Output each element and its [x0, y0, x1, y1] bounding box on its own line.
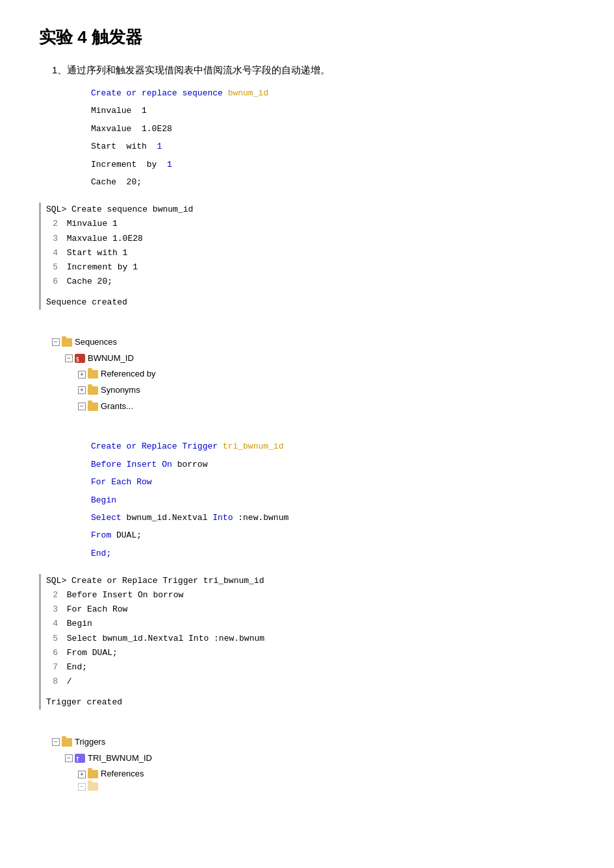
code-maxvalue: Maxvalue 1.0E28: [91, 121, 575, 136]
code-end: End;: [91, 546, 575, 561]
tree-row-referencedby: + Referenced by: [78, 366, 575, 382]
terminal-line-1: SQL> Create sequence bwnum_id: [46, 203, 575, 217]
collapse-sequences[interactable]: −: [52, 338, 60, 346]
tree-sequences: − Sequences − S BWNUM_ID + Referenced by…: [52, 334, 575, 414]
terminal2-line-7: 7 End;: [46, 660, 575, 675]
code-from: From DUAL;: [91, 528, 575, 543]
tree-label-bwnumid: BWNUM_ID: [88, 351, 134, 367]
terminal-result-1: Sequence created: [46, 295, 575, 310]
tree-row-more: −: [78, 782, 575, 791]
collapse-grants[interactable]: −: [78, 403, 86, 410]
trigger-icon: T: [75, 754, 85, 763]
terminal2-line-4: 4 Begin: [46, 617, 575, 631]
folder-icon-sequences: [62, 338, 72, 347]
collapse-tri-bwnumid[interactable]: −: [65, 754, 73, 762]
code-increment: Increment by 1: [91, 157, 575, 172]
code-start: Start with 1: [91, 139, 575, 154]
section-heading: 1、通过序列和触发器实现借阅表中借阅流水号字段的自动递增。: [52, 64, 575, 77]
tree-row-grants: − Grants...: [78, 399, 575, 415]
folder-icon-triggers: [62, 738, 72, 747]
tree-row-tri-bwnumid: − T TRI_BWNUM_ID: [65, 750, 575, 767]
expand-referencedby[interactable]: +: [78, 371, 86, 378]
code-cache: Cache 20;: [91, 175, 575, 190]
folder-icon-synonyms: [88, 386, 98, 395]
code-for-each-row: For Each Row: [91, 475, 575, 490]
folder-icon-more: [88, 782, 98, 791]
tree-label-triggers: Triggers: [75, 734, 105, 750]
code-select: Select bwnum_id.Nextval Into :new.bwnum: [91, 510, 575, 525]
tree-triggers: − Triggers − T TRI_BWNUM_ID + References…: [52, 734, 575, 791]
folder-icon-grants: [88, 403, 98, 411]
terminal2-line-1: SQL> Create or Replace Trigger tri_bwnum…: [46, 574, 575, 588]
folder-icon-referencedby: [88, 370, 98, 378]
terminal2-line-3: 3 For Each Row: [46, 602, 575, 617]
terminal-line-5: 5 Increment by 1: [46, 260, 575, 275]
folder-icon-references: [88, 770, 98, 778]
expand-synonyms[interactable]: +: [78, 386, 86, 394]
code-trigger-create: Create or Replace Trigger tri_bwnum_id: [91, 439, 575, 454]
tree-label-synonyms: Synonyms: [101, 382, 140, 399]
tree-row-synonyms: + Synonyms: [78, 382, 575, 399]
code-before-insert: Before Insert On borrow: [91, 457, 575, 472]
collapse-bwnumid[interactable]: −: [65, 354, 73, 362]
terminal2-line-8: 8 /: [46, 675, 575, 689]
code-minvalue: Minvalue 1: [91, 103, 575, 118]
collapse-triggers[interactable]: −: [52, 738, 60, 746]
tree-label-references: References: [101, 766, 144, 782]
terminal-line-6: 6 Cache 20;: [46, 275, 575, 289]
collapse-more[interactable]: −: [78, 783, 86, 791]
tree-row-bwnumid: − S BWNUM_ID: [65, 351, 575, 367]
tree-row-references: + References: [78, 766, 575, 782]
tree-row-triggers: − Triggers: [52, 734, 575, 750]
section-1: 1、通过序列和触发器实现借阅表中借阅流水号字段的自动递增。 Create or …: [39, 64, 575, 791]
terminal-block-1: SQL> Create sequence bwnum_id 2 Minvalue…: [39, 203, 575, 310]
terminal-line-3: 3 Maxvalue 1.0E28: [46, 232, 575, 246]
tree-label-tri-bwnumid: TRI_BWNUM_ID: [88, 750, 152, 767]
seq-icon: S: [75, 354, 85, 363]
terminal2-line-6: 6 From DUAL;: [46, 646, 575, 660]
expand-references[interactable]: +: [78, 771, 86, 778]
page-title: 实验 4 触发器: [39, 26, 575, 49]
code-begin: Begin: [91, 493, 575, 508]
terminal2-result: Trigger created: [46, 695, 575, 710]
code-sequence-create: Create or replace sequence bwnum_id: [91, 86, 575, 101]
tree-label-referencedby: Referenced by: [101, 366, 156, 382]
terminal2-line-5: 5 Select bwnum_id.Nextval Into :new.bwnu…: [46, 632, 575, 646]
terminal-line-4: 4 Start with 1: [46, 246, 575, 260]
terminal-block-2: SQL> Create or Replace Trigger tri_bwnum…: [39, 574, 575, 710]
tree-row-sequences: − Sequences: [52, 334, 575, 351]
terminal2-line-2: 2 Before Insert On borrow: [46, 588, 575, 602]
tree-label-sequences: Sequences: [75, 334, 117, 351]
terminal-line-2: 2 Minvalue 1: [46, 217, 575, 231]
tree-label-grants: Grants...: [101, 399, 133, 415]
